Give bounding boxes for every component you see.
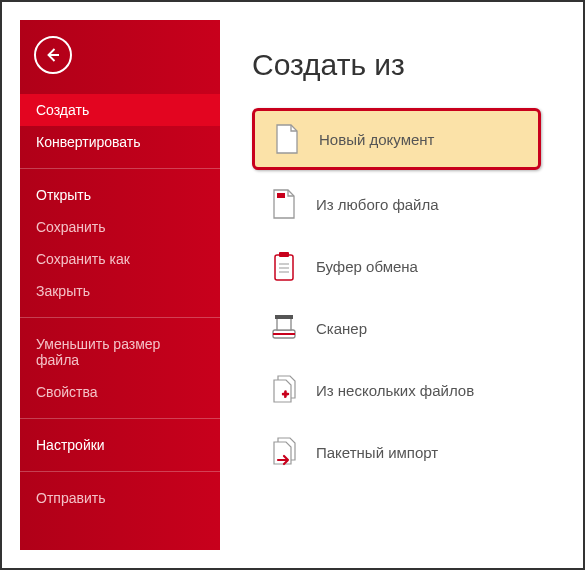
page-title: Создать из <box>252 48 541 82</box>
option-label: Из нескольких файлов <box>316 382 474 399</box>
batch-import-icon <box>270 436 298 468</box>
sidebar-separator <box>20 418 220 419</box>
option-label: Из любого файла <box>316 196 439 213</box>
batch-import-icon <box>270 436 298 468</box>
svg-text:+: + <box>281 388 288 402</box>
option-label: Пакетный импорт <box>316 444 438 461</box>
sidebar: СоздатьКонвертироватьОткрытьСохранитьСох… <box>20 20 220 550</box>
sidebar-separator <box>20 471 220 472</box>
blank-document-icon <box>273 123 301 155</box>
back-button[interactable] <box>34 36 72 74</box>
svg-rect-2 <box>279 252 289 257</box>
create-option[interactable]: Пакетный импорт <box>252 424 541 480</box>
create-option[interactable]: Сканер <box>252 300 541 356</box>
sidebar-item[interactable]: Свойства <box>20 376 220 408</box>
arrow-left-icon <box>44 46 62 64</box>
clipboard-icon <box>270 250 298 282</box>
file-icon <box>270 188 298 220</box>
option-label: Сканер <box>316 320 367 337</box>
blank-document-icon <box>273 123 301 155</box>
sidebar-separator <box>20 317 220 318</box>
create-option[interactable]: +Из нескольких файлов <box>252 362 541 418</box>
clipboard-icon <box>270 250 298 282</box>
create-option[interactable]: Буфер обмена <box>252 238 541 294</box>
main-panel: Создать из Новый документИз любого файла… <box>220 20 565 550</box>
sidebar-item[interactable]: Настройки <box>20 429 220 461</box>
svg-rect-7 <box>277 318 291 330</box>
sidebar-item[interactable]: Сохранить как <box>20 243 220 275</box>
create-option[interactable]: Новый документ <box>252 108 541 170</box>
option-label: Буфер обмена <box>316 258 418 275</box>
sidebar-item[interactable]: Конвертировать <box>20 126 220 158</box>
sidebar-item[interactable]: Закрыть <box>20 275 220 307</box>
option-label: Новый документ <box>319 131 434 148</box>
sidebar-item[interactable]: Открыть <box>20 179 220 211</box>
create-option[interactable]: Из любого файла <box>252 176 541 232</box>
sidebar-item[interactable]: Сохранить <box>20 211 220 243</box>
window-body: СоздатьКонвертироватьОткрытьСохранитьСох… <box>20 20 565 550</box>
scanner-icon <box>270 312 298 344</box>
sidebar-separator <box>20 168 220 169</box>
scanner-icon <box>270 312 298 344</box>
svg-rect-9 <box>275 315 293 319</box>
file-icon <box>270 188 298 220</box>
multi-file-icon: + <box>270 374 298 406</box>
sidebar-item[interactable]: Отправить <box>20 482 220 514</box>
window-frame: СоздатьКонвертироватьОткрытьСохранитьСох… <box>0 0 585 570</box>
sidebar-item[interactable]: Создать <box>20 94 220 126</box>
multi-file-icon: + <box>270 374 298 406</box>
svg-rect-0 <box>277 193 285 198</box>
sidebar-item[interactable]: Уменьшить размер файла <box>20 328 220 376</box>
